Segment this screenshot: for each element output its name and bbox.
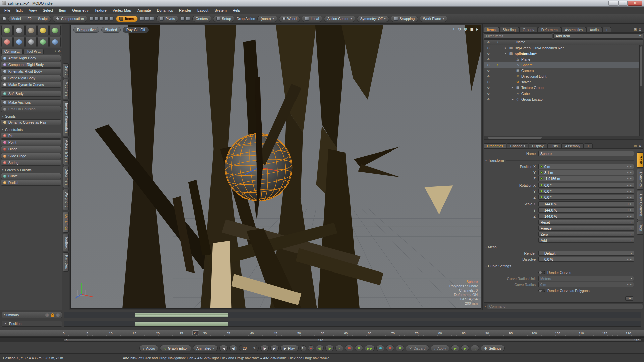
menu-render[interactable]: Render (176, 7, 194, 14)
menu-geometry[interactable]: Geometry (69, 7, 91, 14)
menu-view[interactable]: View (26, 7, 40, 14)
panel-gear-icon[interactable]: ⚙ (58, 50, 61, 53)
info-icon[interactable]: i (45, 313, 49, 317)
tree-vertical-scrollbar[interactable] (639, 45, 643, 136)
menu-select[interactable]: Select (40, 7, 56, 14)
spinner-icon[interactable]: ◂ (627, 196, 629, 199)
symmetry-select[interactable]: Symmetry: Off ▾ (357, 16, 389, 22)
tab-tool-properties[interactable]: Tool Pr ... (23, 49, 44, 54)
position-x-field[interactable]: 0 m◂▸ (538, 164, 634, 169)
more-properties-button[interactable]: ≫ (625, 296, 633, 301)
rotation-y-field[interactable]: 0.0 °◂▸ (538, 189, 634, 194)
advance-to-end-button[interactable]: → (471, 345, 479, 351)
make-dynamic-curves-button[interactable]: Make Dynamic Curves (1, 82, 61, 88)
viewport-menu-icon[interactable]: ▸ (476, 27, 478, 32)
channel-key-icon[interactable] (540, 184, 543, 186)
summary-key-range-top[interactable] (135, 313, 228, 315)
expander-icon[interactable]: ▶ (504, 47, 507, 49)
tab-commands[interactable]: Comma ... (1, 49, 23, 54)
spinner-icon[interactable]: ◂ (627, 177, 629, 180)
transform-tool-icon[interactable] (105, 17, 109, 21)
items-mode-button[interactable]: Items (116, 16, 138, 22)
panel-grid-icon[interactable]: ⊞ (634, 28, 637, 32)
spinner-icon[interactable]: ◂ (627, 215, 629, 218)
tree-row-scene-2[interactable]: ⊙ ▼▤splinters.lxo* (484, 51, 643, 56)
go-to-start-button[interactable]: |◀ (219, 345, 228, 351)
zoom-view-icon[interactable]: ⊕ (464, 27, 467, 32)
freeze-button[interactable]: Freeze▾ (538, 226, 634, 231)
kinematic-rigid-body-button[interactable]: Kinematic Rigid Body (1, 68, 61, 74)
tree-row-scene-1[interactable]: ⊙ ▶▤Big-Green_Guy-Unchained.lxo* (484, 45, 643, 51)
rigidbody-tool-icon[interactable] (13, 37, 25, 47)
stab-mesh[interactable]: Mesh (637, 152, 643, 168)
make-anchors-button[interactable]: Make Anchors (1, 99, 61, 105)
curve-settings-section-header[interactable]: Curve Settings (485, 263, 634, 269)
tree-row-solver[interactable]: ⊙ ⚙solver (484, 79, 643, 85)
graph-editor-button[interactable]: ∿Graph Editor (160, 345, 191, 351)
eye-icon[interactable]: ⊙ (484, 58, 493, 61)
viewport-canvas[interactable] (71, 25, 481, 308)
tab-assembly[interactable]: Assembly (561, 143, 584, 148)
name-field[interactable]: Sphere (538, 151, 634, 156)
brush-tool-icon[interactable] (25, 25, 37, 36)
advance-step-button[interactable]: ▶ (461, 345, 469, 351)
spinner-icon[interactable]: ▸ (630, 196, 632, 199)
apply-button[interactable]: ↓Apply (431, 345, 450, 351)
channel-key-icon[interactable] (540, 196, 543, 198)
command-input[interactable]: Command (487, 304, 643, 309)
emitter-tool-icon[interactable] (37, 37, 49, 47)
timeline-range-bar[interactable]: 0 120 120 (0, 337, 644, 342)
model-tab[interactable]: Model (8, 16, 24, 22)
vtab-modifiers[interactable]: Modifiers (63, 79, 69, 99)
expander-icon[interactable]: ▶ (4, 322, 7, 325)
vtab-dynamics[interactable]: Dynamics (63, 212, 69, 233)
eye-icon[interactable]: ⊙ (484, 80, 493, 84)
channel-key-icon[interactable] (540, 209, 543, 211)
pivots-button[interactable]: Pivots (156, 16, 178, 22)
range-view-end-value[interactable]: 120 (318, 338, 323, 342)
play-button[interactable]: ▶Play (280, 345, 299, 351)
play-range-button[interactable]: ▶▶ (365, 345, 375, 351)
go-to-end-button[interactable]: ▶| (270, 345, 279, 351)
panel-gear-icon[interactable]: ⚙ (639, 144, 642, 148)
stab-user-channels[interactable]: User Channels (637, 191, 643, 220)
panel-grid-icon[interactable]: ⊞ (634, 144, 637, 148)
menu-help[interactable]: Help (230, 7, 244, 14)
point-button[interactable]: Point (1, 139, 61, 145)
vtab-setup[interactable]: Setup (63, 63, 69, 78)
pin-button[interactable]: Pin (1, 133, 61, 139)
tab-channels[interactable]: Channels (507, 143, 528, 148)
eye-icon[interactable]: ⊙ (484, 46, 493, 50)
tree-row-cube[interactable]: ⊙ △Cube (484, 90, 643, 96)
position-y-field[interactable]: 3.1 m◂▸ (538, 170, 634, 175)
pivot-tool-icon-2[interactable] (145, 17, 149, 21)
pivot-tool-icon-1[interactable] (140, 17, 144, 21)
tab-display[interactable]: Display (529, 143, 547, 148)
orbit-view-icon[interactable]: ↻ (458, 27, 461, 32)
spinner-icon[interactable]: ▸ (630, 165, 632, 168)
eye-icon[interactable]: ⊙ (484, 63, 493, 67)
spinner-icon[interactable]: ▸ (630, 190, 632, 193)
spinner-icon[interactable]: ◂ (627, 165, 629, 168)
viewport-mode-select[interactable]: Perspective (73, 27, 99, 33)
centers-button[interactable]: Centers (192, 16, 211, 22)
spinner-icon[interactable]: ▸ (630, 202, 632, 205)
vtab-weighting[interactable]: Weighting (63, 189, 69, 210)
previous-key-button[interactable]: ◀| (229, 345, 238, 351)
add-item-select[interactable]: Add Item ▾ (553, 33, 643, 39)
layout-switch-icon[interactable] (2, 17, 6, 21)
eye-icon[interactable]: ⊙ (484, 69, 493, 72)
menu-system[interactable]: System (211, 7, 230, 14)
range-end-value[interactable]: 120 (634, 338, 639, 342)
tab-items[interactable]: Items (484, 27, 499, 32)
pan-view-icon[interactable]: + (452, 27, 455, 32)
tab-add-properties[interactable]: + (584, 143, 593, 148)
reset-button[interactable]: Reset▾ (538, 220, 634, 225)
points-tool-icon[interactable] (49, 37, 61, 47)
eye-icon[interactable]: ⊙ (484, 75, 493, 78)
spinner-icon[interactable]: ◂ (627, 190, 629, 193)
settings-button[interactable]: ⚙Settings (481, 345, 505, 351)
spinner-icon[interactable]: ◂ (627, 184, 629, 187)
zero-button[interactable]: Zero▾ (538, 232, 634, 237)
local-button[interactable]: Local (302, 16, 322, 22)
